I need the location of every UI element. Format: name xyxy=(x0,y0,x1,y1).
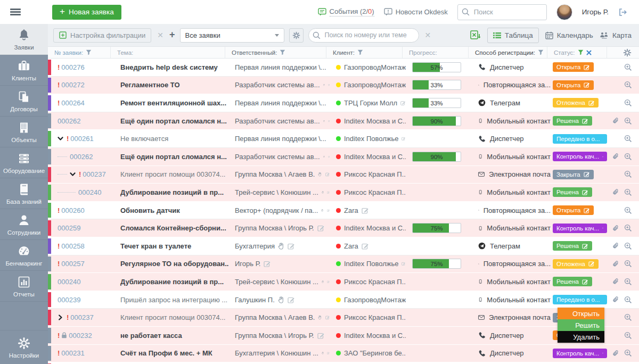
gear-icon[interactable] xyxy=(623,48,632,57)
sidebar-item-4[interactable]: Объекты xyxy=(0,117,48,147)
status-badge[interactable]: Закрыта xyxy=(553,170,594,179)
preset-settings-button[interactable] xyxy=(289,28,304,43)
clear-filter-icon[interactable] xyxy=(586,50,592,55)
edit-icon[interactable] xyxy=(325,171,330,178)
ticket-number-link[interactable]: 000262 xyxy=(70,153,93,161)
quick-view-icon[interactable] xyxy=(624,188,632,196)
ticket-number-link[interactable]: 000264 xyxy=(61,99,84,107)
edit-icon[interactable] xyxy=(288,296,295,303)
table-row[interactable]: !000276Внедрить help desk системуПервая … xyxy=(48,59,639,77)
sidebar-item-6[interactable]: База знаний xyxy=(0,178,48,209)
quick-view-button[interactable] xyxy=(624,99,632,107)
edit-icon[interactable] xyxy=(402,260,406,267)
paperclip-icon[interactable] xyxy=(612,296,619,303)
quick-view-button[interactable] xyxy=(624,153,632,161)
filter-settings-button[interactable]: Настройка фильтрации xyxy=(53,28,151,43)
expand-collapse-icon[interactable] xyxy=(58,315,63,320)
ticket-number-link[interactable]: 000276 xyxy=(61,63,84,71)
edit-icon[interactable] xyxy=(402,135,406,142)
new-ticket-button[interactable]: + Новая заявка xyxy=(52,5,121,20)
table-row[interactable]: !000232не работает кассаГруппа Москва \ … xyxy=(48,327,639,345)
table-row[interactable]: 000240Дублирование позиций в пр...Трей-с… xyxy=(48,184,639,202)
quick-view-icon[interactable] xyxy=(624,135,632,143)
edit-icon[interactable] xyxy=(400,100,406,106)
table-row[interactable]: 000239Пришёл запрос на интеграцию ...Гал… xyxy=(48,291,639,309)
status-badge[interactable]: Отложена xyxy=(553,98,599,107)
global-search-input[interactable] xyxy=(457,4,547,20)
ticket-number-link[interactable]: 000259 xyxy=(58,224,80,232)
table-row[interactable]: !000237Клиент просит помощи 003074...Гру… xyxy=(48,309,639,327)
table-row[interactable]: 000259Сломался Контейнер-сборни...Группа… xyxy=(48,219,639,237)
context-menu-item[interactable]: Открыть xyxy=(558,308,604,319)
table-row[interactable]: !000272Регламентное ТОРазработчик систем… xyxy=(48,77,639,95)
quick-view-button[interactable] xyxy=(624,117,632,125)
status-badge[interactable]: Открыта xyxy=(553,62,594,72)
funnel-filter-icon[interactable] xyxy=(578,49,584,55)
edit-icon[interactable] xyxy=(602,225,603,231)
add-preset-icon[interactable]: + xyxy=(169,30,175,39)
news-link[interactable]: Новости Okdesk xyxy=(384,8,448,16)
edit-icon[interactable] xyxy=(317,332,325,339)
ticket-number-link[interactable]: 000262 xyxy=(58,117,80,125)
status-badge[interactable]: Передано в о... xyxy=(553,134,607,144)
quick-view-button[interactable] xyxy=(624,81,632,89)
quick-view-icon[interactable] xyxy=(624,63,632,71)
quick-view-button[interactable] xyxy=(624,296,632,304)
attachment-indicator[interactable] xyxy=(612,153,619,160)
ticket-number-link[interactable]: 000261 xyxy=(70,135,93,143)
status-badge[interactable]: Контроль кач... xyxy=(553,349,607,358)
sidebar-item-5[interactable]: Оборудование xyxy=(0,147,48,178)
attachment-indicator[interactable] xyxy=(612,225,619,232)
edit-icon[interactable] xyxy=(602,350,603,356)
edit-icon[interactable] xyxy=(582,189,588,195)
quick-view-button[interactable] xyxy=(624,278,632,286)
quick-view-icon[interactable] xyxy=(624,332,632,340)
ticket-number-link[interactable]: 000240 xyxy=(78,188,101,196)
sidebar-item-1[interactable]: Заявки xyxy=(0,24,48,55)
quick-view-button[interactable] xyxy=(624,242,632,250)
ticket-number-link[interactable]: 000272 xyxy=(61,81,84,89)
context-menu-item[interactable]: Решить xyxy=(558,319,604,331)
sidebar-item-settings[interactable]: Настройки xyxy=(0,330,48,364)
quick-view-icon[interactable] xyxy=(624,153,632,161)
edit-icon[interactable] xyxy=(288,243,295,250)
ticket-number-link[interactable]: 000237 xyxy=(70,313,93,321)
quick-view-icon[interactable] xyxy=(624,260,632,268)
sidebar-item-8[interactable]: Бенчмаркинг xyxy=(0,240,48,271)
quick-view-button[interactable] xyxy=(624,224,632,232)
quick-view-icon[interactable] xyxy=(624,206,632,214)
filter-preset-select[interactable]: Все заявки xyxy=(180,28,284,43)
edit-icon[interactable] xyxy=(362,207,369,214)
status-badge[interactable]: Решена xyxy=(553,116,592,126)
status-badge[interactable]: Открыта xyxy=(553,80,594,90)
edit-icon[interactable] xyxy=(317,225,325,231)
edit-icon[interactable] xyxy=(582,243,588,249)
quick-view-icon[interactable] xyxy=(624,99,632,107)
quick-view-icon[interactable] xyxy=(624,313,632,321)
quick-view-button[interactable] xyxy=(624,135,632,143)
quick-view-button[interactable] xyxy=(624,349,632,357)
quick-view-button[interactable] xyxy=(624,313,632,321)
edit-icon[interactable] xyxy=(582,118,588,124)
ticket-number-link[interactable]: 000237 xyxy=(83,170,105,178)
table-row[interactable]: !000231Счёт на Профи 6 мес. + МКБухгалте… xyxy=(48,345,639,363)
sidebar-item-7[interactable]: Сотрудники xyxy=(0,209,48,240)
quick-view-button[interactable] xyxy=(624,170,632,178)
ticket-number-link[interactable]: 000239 xyxy=(58,296,80,304)
quick-view-icon[interactable] xyxy=(624,242,632,250)
table-row[interactable]: !000261Не включаетсяПервая линия поддерж… xyxy=(48,130,639,148)
funnel-filter-icon[interactable] xyxy=(86,49,92,55)
paperclip-icon[interactable] xyxy=(612,225,619,232)
events-link[interactable]: События (2/0) xyxy=(318,7,374,16)
quick-view-button[interactable] xyxy=(624,260,632,268)
table-row[interactable]: 000240Дублирование позиций в пр...Трей-с… xyxy=(48,273,639,291)
user-avatar[interactable] xyxy=(556,4,572,20)
table-row[interactable]: 000262Ещё один портал сломался н...Разра… xyxy=(48,112,639,130)
ticket-search-input[interactable] xyxy=(308,28,419,43)
ticket-number-link[interactable]: 000231 xyxy=(61,349,84,357)
attachment-indicator[interactable] xyxy=(612,260,619,268)
paperclip-icon[interactable] xyxy=(612,260,619,268)
ticket-number-link[interactable]: 000257 xyxy=(61,260,84,268)
quick-view-button[interactable] xyxy=(624,188,632,196)
ticket-number-link[interactable]: 000260 xyxy=(61,206,84,214)
